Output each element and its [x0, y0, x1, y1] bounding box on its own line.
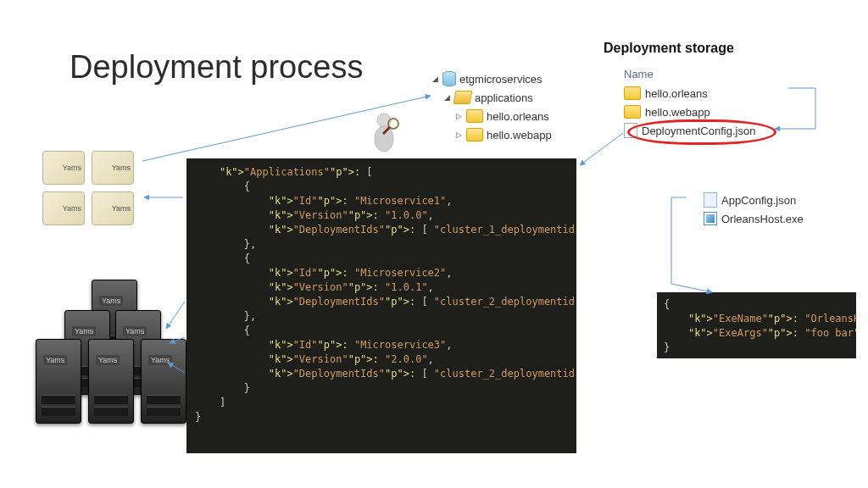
expand-icon[interactable]: ▷	[454, 112, 463, 120]
storage-tree: ◢ etgmicroservices ◢ applications ▷ hell…	[431, 69, 604, 144]
list-item[interactable]: OrleansHost.exe	[704, 209, 804, 228]
page-title: Deployment process	[70, 49, 363, 86]
helper-figure-icon	[364, 110, 403, 152]
folder-open-icon	[453, 91, 473, 104]
code-block-app-config: { "k">"ExeName""p">: "OrleansHost.exe", …	[657, 292, 856, 358]
tree-node-item[interactable]: ▷ hello.webapp	[431, 125, 604, 144]
yams-server-icon: Yams	[92, 191, 134, 225]
file-icon	[624, 123, 637, 138]
name-panel: Name hello.orleans hello.webapp Deployme…	[624, 68, 785, 140]
name-header: Name	[624, 68, 785, 80]
yams-servers: Yams Yams Yams Yams	[42, 151, 134, 225]
folder-icon	[624, 86, 641, 100]
list-item[interactable]: AppConfig.json	[704, 191, 804, 209]
item-label: DeploymentConfig.json	[642, 125, 755, 137]
expand-icon[interactable]: ▷	[454, 130, 463, 139]
yams-server-icon: Yams	[92, 151, 134, 185]
folder-icon	[466, 109, 483, 123]
tree-label: hello.webapp	[487, 129, 552, 141]
cluster-servers: Yams Yams Yams Yams Yams Yams	[29, 280, 183, 422]
tree-label: applications	[475, 92, 533, 104]
list-item[interactable]: hello.orleans	[624, 84, 785, 103]
list-item[interactable]: hello.webapp	[624, 103, 785, 121]
json-file-icon	[704, 192, 717, 208]
svg-point-1	[375, 126, 393, 152]
expand-icon[interactable]: ◢	[442, 93, 451, 102]
expand-icon[interactable]: ◢	[431, 75, 439, 83]
storage-heading: Deployment storage	[604, 41, 734, 56]
tree-node-applications[interactable]: ◢ applications	[431, 88, 604, 107]
tree-label: etgmicroservices	[459, 73, 542, 86]
code-block-deployment-config: "k">"Applications""p">: [ { "k">"Id""p">…	[186, 158, 576, 453]
folder-icon	[624, 105, 641, 119]
item-label: OrleansHost.exe	[721, 213, 804, 225]
yams-server-icon: Yams	[42, 191, 85, 225]
yams-server-icon: Yams	[42, 151, 85, 185]
item-label: hello.orleans	[645, 87, 708, 100]
database-icon	[442, 71, 456, 86]
folder-icon	[466, 128, 483, 141]
tree-node-item[interactable]: ▷ hello.orleans	[431, 107, 604, 125]
tree-label: hello.orleans	[487, 110, 549, 123]
item-label: AppConfig.json	[721, 194, 796, 207]
tree-node-root[interactable]: ◢ etgmicroservices	[431, 69, 604, 88]
item-label: hello.webapp	[645, 106, 710, 119]
config-files: AppConfig.json OrleansHost.exe	[704, 191, 804, 228]
exe-file-icon	[704, 212, 717, 225]
list-item-deployment-config[interactable]: DeploymentConfig.json	[624, 121, 785, 140]
